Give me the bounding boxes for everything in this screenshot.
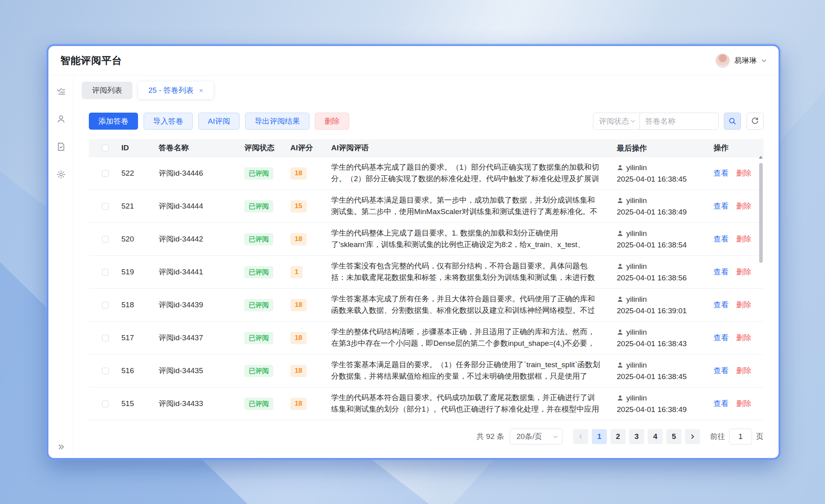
review-status-select[interactable]: 评阅状态 (593, 113, 640, 130)
person-icon (617, 164, 624, 171)
chevron-left-icon (578, 434, 583, 439)
page-button-1[interactable]: 1 (592, 429, 607, 444)
row-last-op: yilinlin 2025-04-01 16:38:49 (612, 195, 704, 218)
user-icon[interactable] (56, 114, 66, 124)
row-checkbox[interactable] (102, 269, 109, 276)
answers-table: ID 答卷名称 评阅状态 AI评分 AI评阅评语 最后操作 操作 522 评阅i… (89, 139, 764, 420)
row-checkbox[interactable] (102, 236, 109, 243)
tab-answer-list[interactable]: 25 - 答卷列表 × (138, 82, 213, 99)
select-all-checkbox[interactable] (102, 145, 109, 151)
view-link[interactable]: 查看 (714, 168, 729, 178)
row-comment: 学生答案基本完成了所有任务，并且大体符合题目要求。代码使用了正确的库和函数来载入… (323, 293, 612, 317)
page-unit-label: 页 (756, 431, 764, 442)
refresh-button[interactable] (746, 113, 764, 130)
table-row: 519 评阅id-34441 已评阅 1 学生答案没有包含完整的代码，仅有部分结… (89, 255, 764, 288)
view-link[interactable]: 查看 (714, 333, 729, 343)
row-checkbox[interactable] (102, 170, 109, 177)
row-checkbox[interactable] (102, 302, 109, 309)
tab-bar: 评阅列表 25 - 答卷列表 × (82, 82, 764, 99)
view-link[interactable]: 查看 (714, 399, 729, 409)
score-badge: 18 (290, 167, 307, 180)
delete-link[interactable]: 删除 (736, 366, 751, 376)
row-name: 评阅id-34446 (150, 168, 236, 178)
tab-review-list[interactable]: 评阅列表 (82, 82, 132, 99)
review-list-icon[interactable] (56, 86, 66, 96)
chevron-down-icon (630, 119, 635, 124)
row-comment: 学生答案没有包含完整的代码，仅有部分结构，不符合题目要求。具体问题包括：未加载鸢… (323, 260, 612, 284)
row-comment: 学生的代码基本完成了题目的要求。（1）部分代码正确实现了数据集的加载和切分。（2… (323, 161, 612, 185)
avatar[interactable] (716, 54, 730, 68)
gear-icon[interactable] (56, 170, 66, 179)
row-checkbox[interactable] (102, 335, 109, 341)
search-button[interactable] (724, 113, 741, 130)
row-last-op: yilinlin 2025-04-01 16:38:45 (612, 162, 704, 185)
status-badge: 已评阅 (244, 332, 273, 344)
row-checkbox[interactable] (102, 401, 109, 407)
person-icon (617, 296, 624, 303)
score-badge: 18 (290, 332, 307, 344)
user-menu[interactable]: 易琳琳 (716, 54, 767, 68)
scrollbar-up-arrow[interactable] (759, 156, 763, 159)
status-badge: 已评阅 (244, 365, 273, 377)
answer-name-input[interactable] (639, 113, 719, 130)
close-icon[interactable]: × (199, 87, 203, 94)
goto-page-input[interactable] (729, 429, 752, 445)
add-answer-button[interactable]: 添加答卷 (89, 113, 138, 130)
chevron-down-icon[interactable] (761, 58, 767, 63)
page-button-5[interactable]: 5 (666, 429, 681, 444)
view-link[interactable]: 查看 (714, 234, 729, 244)
prev-page-button[interactable] (573, 429, 588, 444)
row-id: 515 (112, 399, 150, 408)
person-icon (617, 395, 624, 401)
table-row: 515 评阅id-34433 已评阅 18 学生的代码基本符合题目要求。代码成功… (89, 387, 764, 420)
table-row: 517 评阅id-34437 已评阅 18 学生的整体代码结构清晰，步骤基本正确… (89, 321, 764, 354)
page-size-select[interactable]: 20条/页 (510, 429, 562, 445)
delete-button[interactable]: 删除 (315, 113, 349, 130)
header-score: AI评分 (283, 143, 323, 153)
row-id: 517 (112, 333, 150, 342)
export-result-button[interactable]: 导出评阅结果 (245, 113, 309, 130)
row-comment: 学生的整体代码结构清晰，步骤基本正确，并且适用了正确的库和方法。然而，在第3步中… (323, 326, 612, 350)
table-scrollbar[interactable] (759, 157, 763, 418)
goto-label: 前往 (710, 431, 725, 442)
app-header: 智能评阅平台 易琳琳 (48, 46, 779, 75)
delete-link[interactable]: 删除 (736, 300, 751, 310)
delete-link[interactable]: 删除 (736, 234, 751, 244)
row-id: 518 (112, 301, 150, 309)
row-checkbox[interactable] (102, 203, 109, 210)
view-link[interactable]: 查看 (714, 201, 729, 211)
scrollbar-thumb[interactable] (759, 163, 763, 263)
row-checkbox[interactable] (102, 368, 109, 374)
document-check-icon[interactable] (56, 142, 66, 151)
table-row: 520 评阅id-34442 已评阅 18 学生的代码整体上完成了题目要求。1.… (89, 222, 764, 255)
row-comment: 学生的代码基本满足题目要求。第一步中，成功加载了数据，并划分成训练集和测试集。第… (323, 194, 612, 218)
view-link[interactable]: 查看 (714, 366, 729, 376)
person-icon (617, 197, 624, 204)
next-page-button[interactable] (685, 429, 700, 444)
page-button-3[interactable]: 3 (629, 429, 644, 444)
person-icon (617, 362, 624, 368)
score-badge: 18 (290, 398, 307, 410)
score-badge: 1 (290, 266, 303, 278)
page-button-4[interactable]: 4 (648, 429, 663, 444)
row-id: 519 (112, 268, 150, 276)
import-answer-button[interactable]: 导入答卷 (144, 113, 193, 130)
row-name: 评阅id-34441 (150, 267, 236, 277)
delete-link[interactable]: 删除 (736, 168, 751, 178)
pagination: 共 92 条 20条/页 1 2 3 4 5 (89, 429, 764, 445)
delete-link[interactable]: 删除 (736, 267, 751, 277)
page-button-2[interactable]: 2 (610, 429, 625, 444)
row-id: 516 (112, 366, 150, 375)
table-header: ID 答卷名称 评阅状态 AI评分 AI评阅评语 最后操作 操作 (89, 139, 764, 157)
view-link[interactable]: 查看 (714, 300, 729, 310)
ai-review-button[interactable]: AI评阅 (198, 113, 240, 130)
row-name: 评阅id-34435 (150, 366, 236, 376)
row-last-op: yilinlin 2025-04-01 16:38:49 (612, 392, 704, 415)
sidebar-expand-icon[interactable] (57, 443, 65, 451)
person-icon (617, 263, 624, 270)
delete-link[interactable]: 删除 (736, 399, 751, 409)
view-link[interactable]: 查看 (714, 267, 729, 277)
page-title: 智能评阅平台 (60, 54, 122, 67)
delete-link[interactable]: 删除 (736, 201, 751, 211)
delete-link[interactable]: 删除 (736, 333, 751, 343)
